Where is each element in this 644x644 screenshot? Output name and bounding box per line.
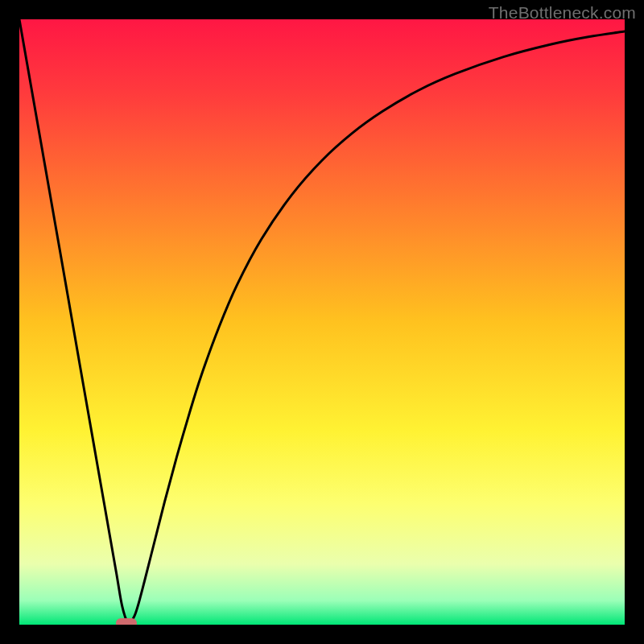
chart-frame: TheBottleneck.com [0, 0, 644, 644]
bottleneck-curve [19, 19, 625, 625]
optimal-point-marker [116, 618, 137, 625]
watermark-text: TheBottleneck.com [489, 3, 636, 23]
plot-area [19, 19, 625, 625]
